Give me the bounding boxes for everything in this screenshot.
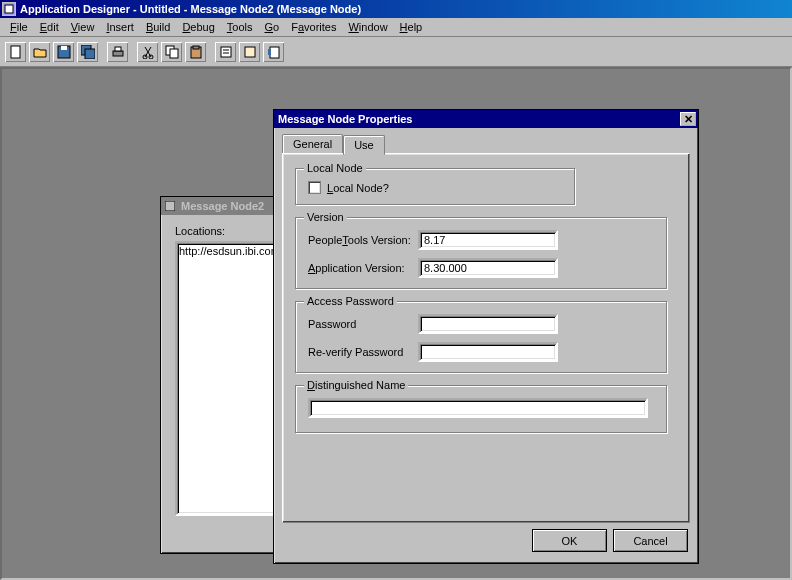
local-node-group: Local Node Local Node?	[295, 168, 575, 205]
new-button[interactable]	[4, 41, 27, 63]
svg-rect-15	[221, 47, 231, 57]
svg-rect-21	[165, 201, 175, 211]
child-title-text: Message Node2	[181, 200, 264, 212]
copy-button[interactable]	[160, 41, 183, 63]
dialog-title-text: Message Node Properties	[278, 113, 680, 125]
application-version-input[interactable]	[418, 258, 558, 278]
dialog-title-bar: Message Node Properties ✕	[274, 110, 698, 128]
svg-rect-8	[115, 47, 121, 51]
svg-rect-19	[270, 47, 279, 58]
menu-file[interactable]: File	[4, 20, 34, 34]
menu-window[interactable]: Window	[342, 20, 393, 34]
svg-rect-2	[11, 46, 20, 58]
version-legend: Version	[304, 211, 347, 223]
build-button[interactable]	[238, 41, 261, 63]
svg-rect-18	[245, 47, 255, 57]
tab-body-use: Local Node Local Node? Version PeopleToo…	[282, 153, 690, 523]
menu-tools[interactable]: Tools	[221, 20, 259, 34]
distinguished-name-legend: Distinguished Name	[304, 379, 408, 391]
menu-insert[interactable]: Insert	[100, 20, 140, 34]
reverify-password-input[interactable]	[418, 342, 558, 362]
app-title-text: Application Designer - Untitled - Messag…	[20, 3, 790, 15]
props-button[interactable]	[214, 41, 237, 63]
open-button[interactable]	[28, 41, 51, 63]
menu-view[interactable]: View	[65, 20, 101, 34]
local-node-legend: Local Node	[304, 162, 366, 174]
app-icon	[2, 2, 16, 16]
local-node-checkbox[interactable]	[308, 181, 321, 194]
menu-build[interactable]: Build	[140, 20, 176, 34]
close-icon: ✕	[684, 113, 693, 126]
svg-rect-7	[113, 51, 123, 56]
menu-debug[interactable]: Debug	[176, 20, 220, 34]
print-button[interactable]	[106, 41, 129, 63]
saveall-button[interactable]	[76, 41, 99, 63]
menu-go[interactable]: Go	[259, 20, 286, 34]
peopletools-version-label: PeopleTools Version:	[308, 234, 418, 246]
dialog-button-row: OK Cancel	[274, 529, 698, 562]
properties-dialog: Message Node Properties ✕ General Use Lo…	[273, 109, 699, 564]
reverify-password-label: Re-verify Password	[308, 346, 418, 358]
paste-button[interactable]	[184, 41, 207, 63]
access-password-legend: Access Password	[304, 295, 397, 307]
cancel-button[interactable]: Cancel	[613, 529, 688, 552]
save-button[interactable]	[52, 41, 75, 63]
password-input[interactable]	[418, 314, 558, 334]
access-password-group: Access Password Password Re-verify Passw…	[295, 301, 667, 373]
tab-general[interactable]: General	[282, 134, 343, 153]
svg-rect-1	[5, 5, 13, 13]
tab-use[interactable]: Use	[343, 135, 385, 155]
toolbar	[0, 37, 792, 67]
app-title-bar: Application Designer - Untitled - Messag…	[0, 0, 792, 18]
tab-row: General Use	[274, 128, 698, 153]
svg-rect-14	[193, 46, 199, 49]
svg-rect-12	[170, 49, 178, 58]
local-node-checkbox-label: Local Node?	[327, 182, 389, 194]
peopletools-version-input[interactable]	[418, 230, 558, 250]
svg-rect-4	[61, 46, 67, 50]
menu-bar: File Edit View Insert Build Debug Tools …	[0, 18, 792, 37]
distinguished-name-group: Distinguished Name	[295, 385, 667, 433]
password-label: Password	[308, 318, 418, 330]
menu-edit[interactable]: Edit	[34, 20, 65, 34]
menu-favorites[interactable]: Favorites	[285, 20, 342, 34]
application-version-label: Application Version:	[308, 262, 418, 274]
svg-rect-6	[85, 49, 95, 59]
svg-rect-20	[268, 49, 271, 55]
menu-help[interactable]: Help	[394, 20, 429, 34]
child-window-icon	[163, 199, 177, 213]
ok-button[interactable]: OK	[532, 529, 607, 552]
project-button[interactable]	[262, 41, 285, 63]
close-button[interactable]: ✕	[680, 112, 696, 126]
cut-button[interactable]	[136, 41, 159, 63]
version-group: Version PeopleTools Version: Application…	[295, 217, 667, 289]
distinguished-name-input[interactable]	[308, 398, 648, 418]
mdi-client-area: Message Node2 Locations: http://esdsun.i…	[0, 67, 792, 580]
